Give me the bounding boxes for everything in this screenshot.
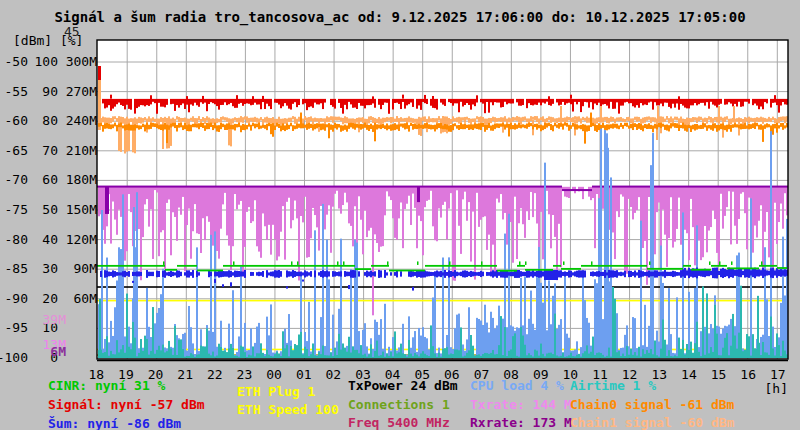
series-mark <box>526 270 528 278</box>
series-mark <box>766 119 768 122</box>
series-mark <box>108 100 110 105</box>
series-mark <box>384 125 386 129</box>
series-mark <box>132 272 134 276</box>
series-mark <box>549 269 551 271</box>
series-mark <box>372 349 374 358</box>
series-mark <box>759 265 761 267</box>
series-mark <box>649 261 651 265</box>
series-mark <box>784 100 786 105</box>
series-mark <box>460 187 462 254</box>
series-mark <box>120 272 122 275</box>
series-mark <box>200 123 202 127</box>
series-mark <box>148 355 150 358</box>
series-mark <box>348 123 350 129</box>
series-mark <box>542 354 544 358</box>
series-mark <box>288 100 290 109</box>
series-mark <box>434 275 436 358</box>
series-mark <box>476 318 478 358</box>
series-mark <box>648 353 650 358</box>
series-mark <box>370 100 372 105</box>
series-mark <box>344 187 346 193</box>
series-mark <box>204 100 206 103</box>
series-mark <box>349 265 351 267</box>
series-mark <box>281 265 283 267</box>
series-mark <box>126 187 128 251</box>
series-mark <box>536 124 538 130</box>
series-mark <box>304 347 306 358</box>
series-mark <box>720 124 722 130</box>
series-mark <box>438 187 440 209</box>
series-mark <box>692 100 694 105</box>
series-mark <box>436 100 438 110</box>
series-mark <box>180 339 182 358</box>
series-mark <box>492 187 494 245</box>
series-mark <box>188 100 190 112</box>
series-mark <box>446 347 448 358</box>
series-mark <box>398 352 400 358</box>
series-mark <box>257 265 259 267</box>
series-mark <box>386 123 388 130</box>
series-mark <box>648 270 650 277</box>
series-mark <box>656 187 658 212</box>
series-mark <box>148 116 150 121</box>
series-mark <box>328 117 330 122</box>
series-mark <box>618 125 620 129</box>
series-mark <box>634 123 636 127</box>
series-mark <box>251 265 253 267</box>
series-mark <box>120 187 122 217</box>
series-mark <box>368 117 370 124</box>
series-mark <box>760 187 762 205</box>
series-mark <box>168 125 170 130</box>
series-mark <box>158 346 160 358</box>
series-mark <box>723 265 725 267</box>
series-mark <box>722 187 724 229</box>
series-mark <box>114 354 116 358</box>
series-mark <box>377 265 379 267</box>
series-mark <box>340 117 342 121</box>
series-mark <box>233 265 235 267</box>
series-mark <box>382 352 384 358</box>
series-mark <box>166 351 168 358</box>
series-mark <box>646 124 648 129</box>
series-mark <box>624 119 626 122</box>
series-mark <box>326 116 328 122</box>
series-mark <box>780 303 782 358</box>
series-mark <box>112 116 114 121</box>
series-mark <box>592 187 594 198</box>
series-mark <box>577 268 579 270</box>
series-mark <box>104 117 106 124</box>
series-mark <box>303 265 305 267</box>
series-mark <box>634 117 636 120</box>
series-mark <box>369 268 371 270</box>
series-mark <box>429 265 431 267</box>
series-mark <box>507 270 509 272</box>
series-mark <box>506 123 508 127</box>
series-mark <box>550 117 552 123</box>
series-mark <box>330 116 332 120</box>
series-mark <box>382 124 384 128</box>
series-mark <box>324 100 326 103</box>
series-mark <box>460 123 462 129</box>
series-mark <box>266 100 268 104</box>
series-mark <box>518 328 520 358</box>
series-mark <box>466 353 468 358</box>
series-mark <box>325 265 327 267</box>
series-mark <box>734 336 736 358</box>
series-mark <box>190 272 192 276</box>
series-mark <box>158 100 160 103</box>
series-mark <box>530 100 532 105</box>
series-mark <box>707 269 709 271</box>
series-mark <box>588 118 590 123</box>
series-mark <box>268 335 270 358</box>
series-mark <box>237 265 239 267</box>
series-mark <box>742 119 744 125</box>
series-mark <box>316 356 318 358</box>
series-mark <box>782 116 784 120</box>
series-mark <box>126 124 128 130</box>
series-mark <box>419 270 421 272</box>
series-mark <box>306 123 308 130</box>
series-mark <box>724 338 726 358</box>
series-mark <box>350 187 352 226</box>
series-mark <box>538 356 540 358</box>
series-mark <box>470 119 472 124</box>
